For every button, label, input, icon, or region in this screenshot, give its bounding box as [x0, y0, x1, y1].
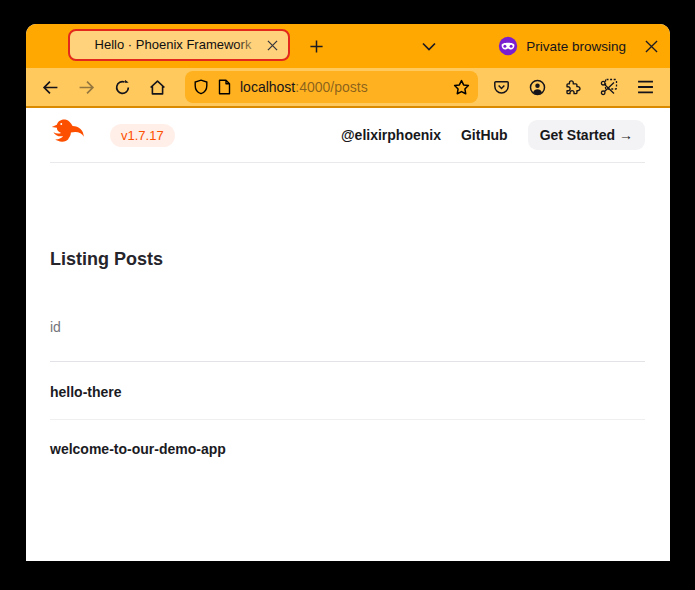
table-row[interactable]: welcome-to-our-demo-app — [50, 441, 226, 457]
browser-tab[interactable]: Hello · Phoenix Framework — [68, 29, 290, 61]
page-title: Listing Posts — [50, 249, 163, 270]
menu-hamburger-icon[interactable] — [631, 73, 659, 101]
bookmark-star-icon[interactable] — [453, 79, 470, 96]
reload-button[interactable] — [108, 73, 136, 101]
tracking-protection-shield-icon[interactable] — [193, 79, 209, 95]
forward-button[interactable] — [72, 73, 100, 101]
table-header-divider — [50, 361, 645, 362]
nav-link-github[interactable]: GitHub — [461, 127, 508, 143]
get-started-button[interactable]: Get Started → — [528, 120, 645, 150]
table-row[interactable]: hello-there — [50, 384, 122, 400]
account-icon[interactable] — [523, 73, 551, 101]
screenshot-scissors-icon[interactable] — [595, 73, 623, 101]
back-button[interactable] — [36, 73, 64, 101]
address-bar[interactable]: localhost:4000/posts — [185, 71, 478, 103]
tab-close-icon[interactable] — [262, 35, 282, 55]
home-button[interactable] — [143, 73, 171, 101]
tab-title: Hello · Phoenix Framework — [84, 31, 262, 59]
url-host: localhost — [240, 79, 295, 95]
extensions-puzzle-icon[interactable] — [559, 73, 587, 101]
page-content: v1.7.17 @elixirphoenix GitHub Get Starte… — [26, 108, 670, 561]
table-row-divider — [50, 419, 645, 420]
private-browsing-label: Private browsing — [526, 39, 626, 54]
table-column-header-id: id — [50, 319, 61, 335]
window-close-icon[interactable] — [638, 33, 664, 59]
site-header: v1.7.17 @elixirphoenix GitHub Get Starte… — [50, 108, 645, 163]
new-tab-button[interactable] — [302, 32, 330, 60]
url-path: :4000/posts — [295, 79, 367, 95]
version-badge: v1.7.17 — [110, 124, 175, 147]
browser-window: Hello · Phoenix Framework Private browsi… — [26, 24, 670, 561]
list-all-tabs-chevron-icon[interactable] — [418, 38, 440, 54]
pocket-icon[interactable] — [487, 73, 515, 101]
tab-bar: Hello · Phoenix Framework Private browsi… — [26, 24, 670, 68]
phoenix-logo-icon[interactable] — [50, 118, 96, 152]
nav-link-elixirphoenix[interactable]: @elixirphoenix — [341, 127, 441, 143]
url-input[interactable]: localhost:4000/posts — [240, 79, 445, 95]
private-mask-icon — [498, 36, 518, 56]
private-browsing-indicator: Private browsing — [498, 24, 626, 68]
page-info-icon[interactable] — [217, 79, 232, 95]
navigation-toolbar: localhost:4000/posts — [26, 68, 670, 108]
